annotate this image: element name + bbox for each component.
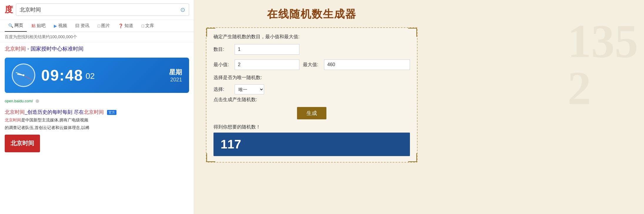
wenku-icon: □ bbox=[141, 24, 144, 28]
max-label: 最大值: bbox=[303, 62, 321, 68]
zhidao-icon: ❓ bbox=[118, 24, 123, 28]
count-row: 数目: bbox=[213, 44, 410, 55]
result2-title-pre: 北京时间 bbox=[5, 109, 25, 115]
result-item-2: 北京时间_创造历史的每时每刻 尽在北京时间 官方 北京时间是中国新型主流媒体,拥… bbox=[0, 106, 194, 133]
tab-news-label: 资讯 bbox=[81, 23, 89, 29]
tab-webpage-label: 网页 bbox=[14, 23, 23, 28]
result-url-1: open.baidu.com/ bbox=[5, 99, 33, 103]
result-snippet-2: 北京时间是中国新型主流媒体,拥有广电级视频 bbox=[5, 117, 189, 123]
result-snippet-2b: 的调查记者队伍,首创云记者和云媒体理念,以稀 bbox=[5, 124, 189, 131]
clock-card: 09:4802 星期 2021 bbox=[5, 58, 189, 93]
webpage-icon: 🔍 bbox=[8, 23, 13, 28]
clock-year: 2021 bbox=[169, 77, 182, 83]
clock-weekday: 星期 bbox=[169, 68, 182, 77]
corner-tr bbox=[408, 28, 417, 37]
rng-panel: 1352 在线随机数生成器 确定产生随机数的数目，最小值和最大值: 数目: 最小… bbox=[194, 0, 644, 214]
min-input[interactable] bbox=[235, 59, 299, 70]
official-badge: 官方 bbox=[107, 110, 116, 115]
clock-seconds: 02 bbox=[86, 71, 95, 81]
rng-description: 确定产生随机数的数目，最小值和最大值: bbox=[213, 34, 410, 40]
bj-logo: 北京时间 bbox=[5, 135, 40, 152]
result-title-1[interactable]: 北京时间 - 国家授时中心标准时间 bbox=[5, 46, 84, 52]
clock-right: 星期 2021 bbox=[169, 68, 182, 83]
result-label: 得到你想要的随机数！ bbox=[213, 124, 410, 130]
rng-bg-decoration: 1352 bbox=[568, 18, 638, 112]
tieba-icon: 贴 bbox=[31, 23, 36, 29]
result-value: 117 bbox=[221, 137, 241, 151]
tab-images[interactable]: □ 图片 bbox=[94, 20, 114, 31]
result-item-1: 北京时间 - 国家授时中心标准时间 bbox=[0, 42, 194, 55]
mic-icon[interactable]: ⊙ bbox=[180, 6, 185, 13]
rng-config-box: 确定产生随机数的数目，最小值和最大值: 数目: 最小值: 最大值: 选择是否为唯… bbox=[206, 27, 418, 163]
clock-center bbox=[23, 74, 24, 76]
select-label: 选择: bbox=[213, 86, 231, 93]
count-label: 数目: bbox=[213, 46, 231, 53]
tab-video[interactable]: ▶ 视频 bbox=[50, 20, 71, 31]
result-title-rest-1: - 国家授时中心标准时间 bbox=[26, 46, 84, 52]
result2-title-mid: _创造历史的每时每刻 尽在 bbox=[25, 109, 84, 115]
result-url-area: open.baidu.com/ bbox=[0, 95, 194, 106]
images-icon: □ bbox=[98, 24, 100, 28]
corner-br bbox=[408, 153, 417, 162]
result2-title-end: 北京时间 bbox=[84, 109, 104, 115]
generate-button[interactable]: 生成 bbox=[297, 107, 326, 119]
search-bar: 度 ⊙ bbox=[0, 0, 194, 20]
corner-bl bbox=[206, 153, 215, 162]
min-label: 最小值: bbox=[213, 62, 231, 68]
corner-tl bbox=[206, 28, 215, 37]
tab-zhidao[interactable]: ❓ 知道 bbox=[115, 20, 137, 31]
rng-container: 在线随机数生成器 确定产生随机数的数目，最小值和最大值: 数目: 最小值: 最大… bbox=[194, 0, 429, 170]
clock-face bbox=[12, 63, 35, 87]
tab-webpage[interactable]: 🔍 网页 bbox=[5, 20, 27, 32]
search-input[interactable] bbox=[20, 7, 180, 13]
tab-tieba-label: 贴吧 bbox=[37, 23, 46, 29]
unique-select-row: 选择: 唯一 不唯一 bbox=[213, 84, 410, 94]
tab-tieba[interactable]: 贴 贴吧 bbox=[28, 20, 49, 31]
generate-label: 点击生成产生随机数: bbox=[213, 97, 410, 103]
baidu-logo: 度 bbox=[5, 4, 13, 15]
tab-zhidao-label: 知道 bbox=[124, 23, 133, 29]
video-icon: ▶ bbox=[54, 24, 57, 28]
clock-time-display: 09:4802 bbox=[41, 68, 163, 83]
beijing-logo-area: 北京时间 bbox=[0, 133, 194, 155]
tab-video-label: 视频 bbox=[58, 23, 67, 29]
result2-snippet-text: 是中国新型主流媒体,拥有广电级视频 bbox=[21, 118, 88, 122]
unique-section-label: 选择是否为唯一随机数: bbox=[213, 75, 410, 81]
result-title-highlight-1: 北京时间 bbox=[5, 46, 26, 52]
tab-news[interactable]: 囧 资讯 bbox=[72, 20, 93, 31]
rng-title: 在线随机数生成器 bbox=[206, 7, 418, 21]
baidu-search-panel: 度 ⊙ 🔍 网页 贴 贴吧 ▶ 视频 囧 资讯 □ 图片 ❓ 知道 bbox=[0, 0, 194, 214]
result-box: 117 bbox=[213, 133, 410, 156]
bj-logo-text: 北京时间 bbox=[11, 139, 34, 147]
clock-time-main: 09:48 bbox=[41, 67, 83, 84]
tab-wenku-label: 文库 bbox=[145, 23, 154, 29]
search-tabs: 🔍 网页 贴 贴吧 ▶ 视频 囧 资讯 □ 图片 ❓ 知道 □ 文库 bbox=[0, 20, 194, 32]
minmax-row: 最小值: 最大值: bbox=[213, 59, 410, 70]
clock-second-hand bbox=[24, 75, 32, 80]
result2-snippet-highlight: 北京时间 bbox=[5, 118, 21, 122]
tab-wenku[interactable]: □ 文库 bbox=[138, 20, 157, 31]
url-trust-icon bbox=[36, 99, 39, 103]
results-meta: 百度为您找到相关结果约100,000,000个 bbox=[0, 32, 194, 42]
tab-images-label: 图片 bbox=[101, 23, 110, 29]
max-input[interactable] bbox=[324, 59, 410, 70]
news-icon: 囧 bbox=[75, 23, 79, 29]
result-title-2[interactable]: 北京时间_创造历史的每时每刻 尽在北京时间 官方 bbox=[5, 109, 189, 116]
unique-select[interactable]: 唯一 不唯一 bbox=[235, 84, 264, 94]
search-input-wrapper[interactable]: ⊙ bbox=[16, 4, 189, 16]
count-input[interactable] bbox=[235, 44, 299, 55]
